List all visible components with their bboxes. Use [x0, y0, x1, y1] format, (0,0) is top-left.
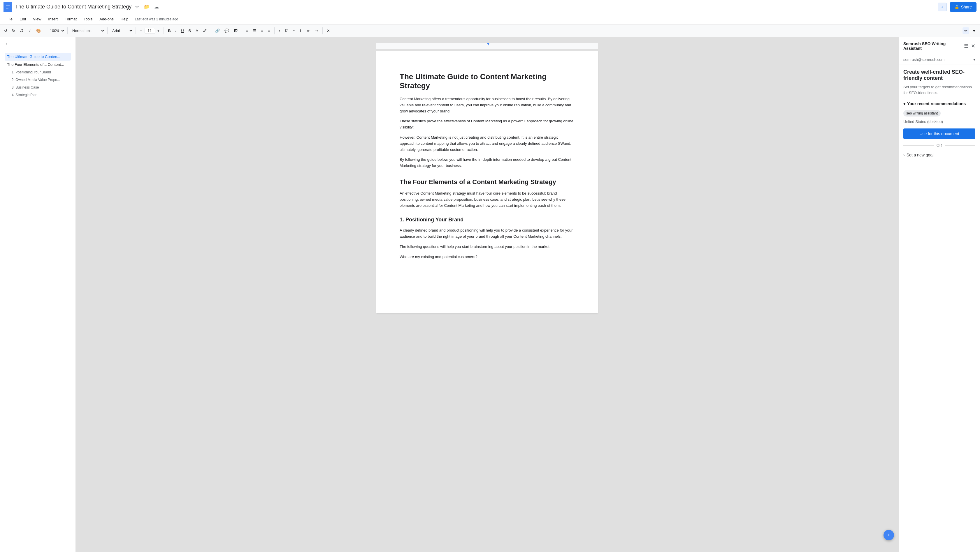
seo-account-dropdown[interactable]: ▾ — [973, 57, 975, 62]
align-center-button[interactable]: ☰ — [251, 27, 258, 34]
seo-panel-body: Create well-crafted SEO-friendly content… — [899, 64, 980, 163]
toolbar-sep-3 — [107, 27, 108, 34]
outline-item-2[interactable]: 1. Positioning Your Brand — [5, 68, 71, 76]
image-button[interactable]: 🖼 — [232, 27, 239, 34]
seo-description: Set your targets to get recommendations … — [903, 84, 975, 95]
intro-paragraph-3: However, Content Marketing is not just c… — [399, 135, 574, 153]
justify-button[interactable]: ≡ — [266, 27, 272, 34]
pen-button[interactable]: ✏ — [963, 27, 969, 34]
spellcheck-button[interactable]: ✓ — [27, 27, 33, 34]
sidebar-header: ← — [0, 37, 75, 51]
doc-title[interactable]: The Ultimate Guide to Content Marketing … — [15, 4, 132, 10]
seo-account-email: semrush@semrush.com — [903, 57, 945, 62]
menu-edit[interactable]: Edit — [17, 16, 29, 22]
expand-button[interactable]: ▼ — [970, 27, 978, 34]
checklist-button[interactable]: ☑ — [283, 27, 290, 34]
star-icon[interactable]: ☆ — [134, 3, 140, 11]
menu-bar: File Edit View Insert Format Tools Add-o… — [0, 14, 980, 24]
ruler — [376, 43, 598, 49]
section2-paragraph-2: The following questions will help you st… — [399, 244, 574, 250]
outline-item-4[interactable]: 3. Business Case — [5, 84, 71, 91]
redo-button[interactable]: ↻ — [10, 27, 17, 34]
toolbar-sep-4 — [135, 27, 136, 34]
font-select[interactable]: Arial Times New Roman Roboto — [110, 27, 133, 34]
lock-icon: 🔒 — [955, 5, 959, 10]
undo-button[interactable]: ↺ — [2, 27, 9, 34]
folder-icon[interactable]: 📁 — [143, 3, 151, 11]
menu-file[interactable]: File — [3, 16, 16, 22]
toolbar-sep-1 — [45, 27, 45, 34]
italic-button[interactable]: I — [174, 27, 178, 34]
increase-indent-button[interactable]: ⇥ — [313, 27, 320, 34]
seo-close-button[interactable]: ✕ — [971, 43, 975, 49]
font-size-input[interactable] — [145, 28, 155, 34]
menu-view[interactable]: View — [30, 16, 44, 22]
toolbar-sep-9 — [322, 27, 323, 34]
google-docs-icon — [3, 2, 12, 12]
seo-content-title: Create well-crafted SEO-friendly content — [903, 69, 975, 81]
page-title: The Ultimate Guide to Content Marketing … — [399, 72, 574, 90]
section2-paragraph-1: A clearly defined brand and product posi… — [399, 227, 574, 240]
outline-item-5[interactable]: 4. Strategic Plan — [5, 91, 71, 99]
outline-item-1[interactable]: The Four Elements of a Content... — [5, 60, 71, 68]
underline-button[interactable]: U — [179, 27, 185, 34]
main-area: ← The Ultimate Guide to Conten... The Fo… — [0, 37, 980, 552]
toolbar: ↺ ↻ 🖨 ✓ 🎨 100% 75% 125% Normal text Head… — [0, 24, 980, 37]
font-size-increase-button[interactable]: + — [156, 27, 161, 34]
font-size-decrease-button[interactable]: − — [138, 27, 144, 34]
menu-format[interactable]: Format — [62, 16, 80, 22]
menu-help[interactable]: Help — [118, 16, 132, 22]
menu-addons[interactable]: Add-ons — [97, 16, 116, 22]
back-button[interactable]: ← — [5, 41, 10, 47]
clear-formatting-button[interactable]: ✕ — [325, 27, 332, 34]
font-size-area: − + — [138, 27, 161, 34]
print-button[interactable]: 🖨 — [18, 27, 25, 34]
menu-tools[interactable]: Tools — [81, 16, 95, 22]
comment-button[interactable]: 💬 — [223, 27, 231, 34]
link-button[interactable]: 🔗 — [213, 27, 221, 34]
align-left-button[interactable]: ≡ — [244, 27, 250, 34]
document-page[interactable]: The Ultimate Guide to Content Marketing … — [376, 51, 598, 313]
zoom-select[interactable]: 100% 75% 125% — [48, 27, 65, 34]
outline-item-3[interactable]: 2. Owned Media Value Propo... — [5, 76, 71, 84]
add-button[interactable]: + — [938, 3, 947, 11]
seo-tag: seo writing assistant — [903, 110, 941, 116]
highlight-button[interactable]: 🖍 — [201, 27, 208, 34]
bullet-list-button[interactable]: • — [291, 27, 296, 34]
set-goal-label: Set a new goal — [907, 153, 934, 157]
text-color-button[interactable]: A — [194, 27, 200, 34]
style-select[interactable]: Normal text Heading 1 Heading 2 Heading … — [70, 27, 105, 34]
bold-button[interactable]: B — [166, 27, 172, 34]
chevron-right-icon: › — [903, 153, 905, 157]
align-right-button[interactable]: ≡ — [259, 27, 265, 34]
strikethrough-button[interactable]: S — [187, 27, 193, 34]
share-button[interactable]: 🔒 ☰ Share — [950, 2, 977, 12]
seo-chevron-down-icon: ▾ — [903, 102, 905, 106]
seo-recent-section[interactable]: ▾ Your recent recommendations — [903, 102, 975, 106]
seo-location: United States (desktop) — [903, 119, 975, 124]
toolbar-sep-5 — [164, 27, 164, 34]
menu-insert[interactable]: Insert — [45, 16, 60, 22]
paint-format-button[interactable]: 🎨 — [34, 27, 43, 34]
toolbar-sep-2 — [67, 27, 68, 34]
numbered-list-button[interactable]: 1. — [298, 27, 304, 34]
top-right-actions: + 🔒 ☰ Share — [938, 2, 977, 12]
decrease-indent-button[interactable]: ⇤ — [305, 27, 312, 34]
outline-item-0[interactable]: The Ultimate Guide to Conten... — [5, 53, 71, 60]
last-edit-label: Last edit was 2 minutes ago — [135, 17, 178, 21]
section1-paragraph-1: An effective Content Marketing strategy … — [399, 190, 574, 209]
document-area[interactable]: The Ultimate Guide to Content Marketing … — [76, 37, 898, 552]
intro-paragraph-2: These statistics prove the effectiveness… — [399, 118, 574, 130]
cloud-icon[interactable]: ☁ — [153, 3, 160, 11]
use-for-document-button[interactable]: Use for this document — [903, 128, 975, 139]
line-spacing-button[interactable]: ↕ — [277, 27, 282, 34]
seo-menu-icon[interactable]: ☰ — [964, 43, 969, 49]
ruler-marker — [487, 43, 489, 46]
set-new-goal-button[interactable]: › Set a new goal — [903, 151, 975, 159]
svg-rect-2 — [6, 7, 10, 7]
section2-heading: 1. Positioning Your Brand — [399, 217, 574, 223]
toolbar-sep-6 — [211, 27, 211, 34]
floating-action-button[interactable]: + — [883, 530, 894, 540]
seo-account-row: semrush@semrush.com ▾ — [899, 55, 980, 64]
top-bar: The Ultimate Guide to Content Marketing … — [0, 0, 980, 14]
